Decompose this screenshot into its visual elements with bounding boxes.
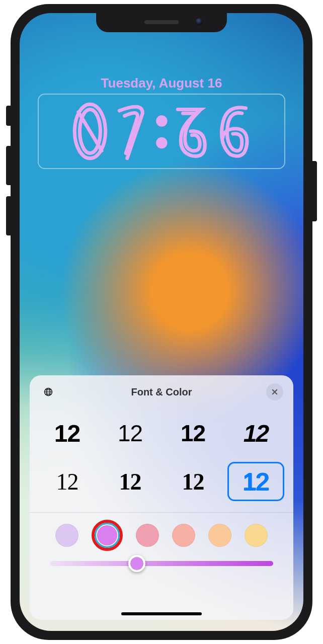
svg-point-3 [160,119,163,122]
svg-point-5 [160,141,163,144]
lock-time [69,99,254,164]
color-swatch-4[interactable] [172,524,195,547]
close-button[interactable] [266,383,283,400]
font-option-1[interactable]: 12 [39,414,96,453]
lock-date: Tuesday, August 16 [20,75,303,91]
font-option-label: 12 [182,468,204,495]
color-swatch-5[interactable] [208,524,231,547]
home-indicator[interactable] [121,612,202,615]
font-option-5[interactable]: 12 [39,462,96,501]
font-option-4[interactable]: 12 [227,414,284,453]
font-option-label: 12 [181,420,205,447]
close-icon [270,387,280,397]
color-row [30,513,293,552]
font-option-label: 12 [244,420,268,447]
color-swatch-2[interactable] [92,520,123,551]
font-grid: 12 12 12 12 12 12 12 12 [30,405,293,513]
font-option-label: 12 [54,420,80,447]
panel-header: Font & Color [30,375,293,405]
font-option-8[interactable]: 12 [227,462,284,501]
font-option-label: 12 [56,468,78,495]
color-swatch-3[interactable] [136,524,159,547]
power-button[interactable] [312,161,317,221]
font-option-2[interactable]: 12 [102,414,158,453]
color-swatch-6[interactable] [245,524,268,547]
saturation-slider[interactable] [50,561,273,566]
clock-selection-box[interactable] [38,94,285,169]
globe-button[interactable] [40,383,57,400]
font-option-7[interactable]: 12 [165,462,221,501]
screen: Tuesday, August 16 [20,13,303,631]
phone-frame: Tuesday, August 16 [11,4,312,640]
color-swatch-1[interactable] [55,524,78,547]
font-option-label: 12 [118,420,142,447]
notch [96,13,227,32]
font-option-label: 12 [119,468,141,495]
font-option-3[interactable]: 12 [165,414,221,453]
saturation-slider-row [30,552,293,585]
font-option-label: 12 [243,468,269,496]
font-color-panel: Font & Color 12 12 12 12 12 12 12 12 [30,375,293,620]
slider-thumb[interactable] [128,555,145,572]
panel-title: Font & Color [57,386,266,398]
globe-icon [43,387,53,397]
font-option-6[interactable]: 12 [102,462,158,501]
